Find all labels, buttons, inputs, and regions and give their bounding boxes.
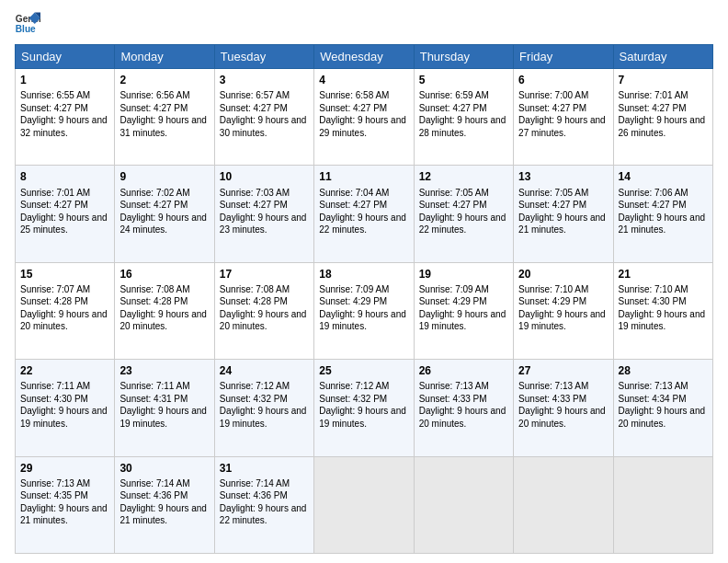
sunrise-text: Sunrise: 7:05 AM [419,187,508,200]
daylight-text: Daylight: 9 hours and 19 minutes. [220,405,309,430]
sunrise-text: Sunrise: 7:13 AM [518,380,608,393]
logo: General Blue [15,11,40,37]
calendar-cell: 20Sunrise: 7:10 AMSunset: 4:29 PMDayligh… [514,262,613,359]
calendar-cell: 27Sunrise: 7:13 AMSunset: 4:33 PMDayligh… [514,360,613,456]
daylight-text: Daylight: 9 hours and 32 minutes. [20,114,109,139]
day-number: 2 [119,73,209,87]
sunset-text: Sunset: 4:27 PM [419,102,508,115]
daylight-text: Daylight: 9 hours and 21 minutes. [119,502,209,527]
sunset-text: Sunset: 4:27 PM [220,199,309,212]
day-number: 15 [20,267,109,282]
calendar-cell [613,456,712,553]
daylight-text: Daylight: 9 hours and 24 minutes. [119,212,209,236]
sunrise-text: Sunrise: 7:00 AM [518,89,608,102]
day-number: 4 [319,73,408,87]
daylight-text: Daylight: 9 hours and 20 minutes. [20,308,109,333]
day-number: 5 [419,73,508,87]
daylight-text: Daylight: 9 hours and 22 minutes. [220,502,309,527]
sunset-text: Sunset: 4:28 PM [220,295,309,308]
weekday-header: Friday [514,45,613,69]
daylight-text: Daylight: 9 hours and 20 minutes. [419,405,508,430]
calendar-cell: 31Sunrise: 7:14 AMSunset: 4:36 PMDayligh… [214,456,313,553]
calendar-cell: 10Sunrise: 7:03 AMSunset: 4:27 PMDayligh… [214,166,313,262]
calendar-cell: 18Sunrise: 7:09 AMSunset: 4:29 PMDayligh… [314,262,414,359]
sunrise-text: Sunrise: 7:11 AM [119,380,209,393]
daylight-text: Daylight: 9 hours and 19 minutes. [319,405,408,430]
calendar-cell: 29Sunrise: 7:13 AMSunset: 4:35 PMDayligh… [16,456,115,553]
sunrise-text: Sunrise: 7:10 AM [619,283,708,296]
day-number: 19 [419,267,508,282]
daylight-text: Daylight: 9 hours and 26 minutes. [619,114,708,139]
sunrise-text: Sunrise: 7:06 AM [619,187,708,200]
day-number: 16 [119,267,209,282]
sunset-text: Sunset: 4:27 PM [220,102,309,115]
sunrise-text: Sunrise: 7:04 AM [319,187,408,200]
day-number: 3 [220,73,309,87]
sunrise-text: Sunrise: 6:55 AM [20,89,109,102]
header: General Blue [15,11,713,37]
sunrise-text: Sunrise: 6:59 AM [419,89,508,102]
calendar-cell: 3Sunrise: 6:57 AMSunset: 4:27 PMDaylight… [214,69,313,166]
day-number: 7 [619,73,708,87]
calendar-cell: 30Sunrise: 7:14 AMSunset: 4:36 PMDayligh… [115,456,214,553]
calendar-cell: 21Sunrise: 7:10 AMSunset: 4:30 PMDayligh… [613,262,712,359]
calendar-cell: 16Sunrise: 7:08 AMSunset: 4:28 PMDayligh… [115,262,214,359]
day-number: 8 [20,169,109,184]
day-number: 30 [119,461,209,476]
daylight-text: Daylight: 9 hours and 25 minutes. [20,212,109,236]
sunrise-text: Sunrise: 7:13 AM [20,477,109,490]
daylight-text: Daylight: 9 hours and 20 minutes. [220,308,309,333]
sunrise-text: Sunrise: 7:13 AM [619,380,708,393]
daylight-text: Daylight: 9 hours and 29 minutes. [319,114,408,139]
daylight-text: Daylight: 9 hours and 19 minutes. [319,308,408,333]
sunset-text: Sunset: 4:27 PM [119,102,209,115]
sunset-text: Sunset: 4:30 PM [20,393,109,406]
sunset-text: Sunset: 4:27 PM [619,199,708,212]
day-number: 28 [619,363,708,378]
day-number: 6 [518,73,608,87]
sunset-text: Sunset: 4:28 PM [20,295,109,308]
sunset-text: Sunset: 4:27 PM [419,199,508,212]
calendar-cell: 26Sunrise: 7:13 AMSunset: 4:33 PMDayligh… [414,360,513,456]
day-number: 25 [319,363,408,378]
sunset-text: Sunset: 4:27 PM [319,199,408,212]
sunrise-text: Sunrise: 7:08 AM [119,283,209,296]
calendar-cell: 24Sunrise: 7:12 AMSunset: 4:32 PMDayligh… [214,360,313,456]
daylight-text: Daylight: 9 hours and 21 minutes. [518,212,608,236]
daylight-text: Daylight: 9 hours and 31 minutes. [119,114,209,139]
daylight-text: Daylight: 9 hours and 28 minutes. [419,114,508,139]
day-number: 23 [119,363,209,378]
daylight-text: Daylight: 9 hours and 19 minutes. [518,308,608,333]
daylight-text: Daylight: 9 hours and 23 minutes. [220,212,309,236]
calendar-cell: 9Sunrise: 7:02 AMSunset: 4:27 PMDaylight… [115,166,214,262]
day-number: 10 [220,169,309,184]
sunset-text: Sunset: 4:29 PM [319,295,408,308]
sunrise-text: Sunrise: 6:58 AM [319,89,408,102]
weekday-header: Tuesday [214,45,313,69]
logo-icon: General Blue [15,11,40,37]
day-number: 18 [319,267,408,282]
daylight-text: Daylight: 9 hours and 30 minutes. [220,114,309,139]
day-number: 17 [220,267,309,282]
day-number: 21 [619,267,708,282]
daylight-text: Daylight: 9 hours and 19 minutes. [419,308,508,333]
sunset-text: Sunset: 4:28 PM [119,295,209,308]
sunrise-text: Sunrise: 7:12 AM [220,380,309,393]
sunset-text: Sunset: 4:27 PM [518,102,608,115]
sunrise-text: Sunrise: 7:01 AM [619,89,708,102]
sunrise-text: Sunrise: 7:02 AM [119,187,209,200]
calendar-cell [314,456,414,553]
sunset-text: Sunset: 4:36 PM [119,489,209,502]
weekday-header: Wednesday [314,45,414,69]
calendar-cell: 25Sunrise: 7:12 AMSunset: 4:32 PMDayligh… [314,360,414,456]
daylight-text: Daylight: 9 hours and 27 minutes. [518,114,608,139]
day-number: 26 [419,363,508,378]
sunrise-text: Sunrise: 7:07 AM [20,283,109,296]
sunrise-text: Sunrise: 6:57 AM [220,89,309,102]
day-number: 31 [220,461,309,476]
calendar-cell: 14Sunrise: 7:06 AMSunset: 4:27 PMDayligh… [613,166,712,262]
day-number: 29 [20,461,109,476]
day-number: 9 [119,169,209,184]
calendar-table: SundayMondayTuesdayWednesdayThursdayFrid… [15,44,713,554]
daylight-text: Daylight: 9 hours and 20 minutes. [619,405,708,430]
